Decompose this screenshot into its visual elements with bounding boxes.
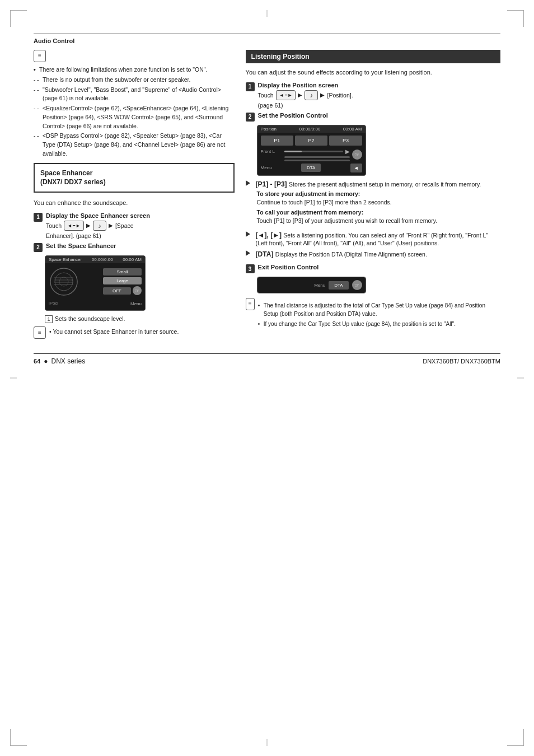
- touch-btn-2[interactable]: ♪: [93, 221, 106, 231]
- num-note-text: Sets the soundscape level.: [55, 315, 125, 322]
- step-1-touch-row: Touch ◄━► ▶ ♪ ▶ [Space: [46, 221, 235, 231]
- space-enhancer-section-box: Space Enhancer (DNX7/ DDX7 series): [34, 163, 235, 193]
- pos-p1-btn[interactable]: P1: [261, 136, 293, 146]
- pos-p2-btn[interactable]: P2: [295, 136, 327, 146]
- footer-left: 64 ● DNX series: [34, 357, 85, 365]
- right-column: Listening Position You can adjust the so…: [246, 50, 500, 342]
- right-step-2-title: Set the Position Control: [258, 112, 500, 119]
- right-step-1-touch-row: Touch ◄━► ▶ ♪ ▶ [Position].: [258, 90, 500, 100]
- step-num-1: 1: [34, 213, 43, 222]
- pos-screen-wrapper: Position 00:00/0:00 00:00 AM P1 P2 P3: [257, 125, 500, 176]
- page-footer: 64 ● DNX series DNX7360BT/ DNX7360BTM: [34, 353, 500, 365]
- right-step-1-content: Display the Position screen Touch ◄━► ▶ …: [258, 82, 500, 109]
- right-touch-btn-2[interactable]: ♪: [305, 90, 318, 100]
- list-item-sub: - <EqualizerControl> (page 62), <SpaceEn…: [34, 104, 235, 130]
- p1p3-store: To store your adjustment in memory: Cont…: [256, 190, 481, 226]
- pos-arrow-1: ▶: [345, 148, 350, 155]
- se-controls-row: Small Large OFF ☞: [49, 267, 142, 297]
- se-screen-topbar: Space Enhancer 00:00/0:00 00:00 AM: [45, 256, 145, 263]
- exit-thumb-icon: ☞: [352, 280, 362, 290]
- right-note-row: ≡ The final distance is adjusted to the …: [246, 298, 500, 330]
- right-step-1-title: Display the Position screen: [258, 82, 500, 88]
- se-btn-col: Small Large OFF ☞: [103, 268, 142, 295]
- se-screen-label: Space Enhancer: [49, 257, 82, 262]
- se-circle-container: [49, 267, 79, 297]
- list-item-sub: - There is no output from the subwoofer …: [34, 76, 235, 85]
- pos-slider-track-2: [284, 156, 350, 158]
- p1p3-recall-title: To call your adjustment from memory:: [257, 209, 481, 216]
- step-2-title: Set the Space Enhancer: [46, 242, 235, 249]
- note2-text: • You cannot set Space Enhancer in tuner…: [49, 326, 179, 337]
- pos-back-btn[interactable]: ◄: [350, 164, 362, 172]
- footer-bullet: ●: [44, 357, 48, 365]
- pos-slider-section: Front L ▶: [261, 148, 362, 161]
- header-label: Audio Control: [34, 38, 500, 44]
- pos-screen-time2: 00:00 AM: [343, 127, 362, 132]
- dta-content: [DTA] Displays the Position DTA (Digital…: [256, 250, 427, 258]
- right-arrow-1: ▶: [298, 92, 302, 98]
- p1p3-content: [P1] - [P3] Stores the present adjustmen…: [256, 180, 481, 228]
- pos-slider-row-3: [261, 160, 350, 161]
- pos-menu-label: Menu: [261, 165, 272, 170]
- pos-p3-btn[interactable]: P3: [329, 136, 362, 146]
- lr-title-row: [◄], [►] Sets a listening position. You …: [246, 231, 500, 247]
- right-step-2-content: Set the Position Control: [258, 112, 500, 120]
- svg-point-0: [50, 268, 77, 295]
- se-bottom-row: iPod Menu: [49, 300, 142, 307]
- se-thumb-icon: ☞: [133, 286, 142, 295]
- right-step-3: 3 Exit Position Control: [246, 264, 500, 273]
- right-step-2: 2 Set the Position Control: [246, 112, 500, 122]
- pos-dta-btn[interactable]: DTA: [301, 164, 321, 172]
- right-note-item-1: The final distance is adjusted to the to…: [258, 301, 500, 318]
- svg-point-1: [55, 273, 73, 291]
- tri-bullet-3: [246, 250, 250, 256]
- pos-screen-label: Position: [261, 127, 277, 132]
- step-2: 2 Set the Space Enhancer: [34, 242, 235, 252]
- p1p3-recall-desc: Touch [P1] to [P3] of your adjustment yo…: [257, 217, 481, 226]
- se-screen-wrapper: Space Enhancer 00:00/0:00 00:00 AM: [45, 255, 235, 311]
- se-ipod-label: iPod: [49, 300, 58, 307]
- lr-key: [◄], [►]: [256, 231, 282, 239]
- right-step-1-page: (page 61): [258, 102, 500, 109]
- pos-slider-row-1: Front L ▶: [261, 148, 350, 155]
- p1p3-desc: Stores the present adjustment setup in m…: [289, 181, 481, 188]
- se-menu-label: Menu: [130, 300, 142, 306]
- pos-sliders: Front L ▶: [261, 148, 350, 161]
- footer-page-number: 64: [34, 358, 40, 365]
- pos-screen-topbar: Position 00:00/0:00 00:00 AM: [257, 125, 366, 133]
- p1p3-store-desc: Continue to touch [P1] to [P3] more than…: [257, 198, 481, 207]
- pos-screen-body: P1 P2 P3 Front L: [257, 133, 366, 175]
- bracket-text-1: [Space: [115, 222, 134, 229]
- se-btn-small[interactable]: Small: [103, 268, 142, 276]
- right-touch-btn-1[interactable]: ◄━►: [276, 90, 296, 100]
- lr-content: [◄], [►] Sets a listening position. You …: [256, 231, 500, 247]
- step-1-content: Display the Space Enhancer screen Touch …: [46, 212, 235, 239]
- listening-position-title: Listening Position: [246, 50, 500, 63]
- list-item-sub: - <DSP Bypass Control> (page 82), <Speak…: [34, 132, 235, 158]
- touch-btn-1[interactable]: ◄━►: [64, 221, 84, 231]
- right-arrow-2: ▶: [320, 92, 325, 98]
- list-item-sub: - "Subwoofer Level", "Bass Boost", and "…: [34, 86, 235, 104]
- two-col-layout: ≡ • There are following limitations when…: [34, 50, 500, 342]
- se-btn-off[interactable]: OFF: [103, 287, 131, 295]
- right-note-item-2: If you change the Car Type Set Up value …: [258, 320, 500, 328]
- pos-thumb-icon: ☞: [352, 150, 362, 160]
- se-note2-row: ≡ • You cannot set Space Enhancer in tun…: [34, 326, 235, 342]
- se-screen-mockup: Space Enhancer 00:00/0:00 00:00 AM: [45, 255, 146, 311]
- p1p3-title-row: [P1] - [P3] Stores the present adjustmen…: [246, 180, 500, 228]
- se-btn-large[interactable]: Large: [103, 277, 142, 284]
- right-step-num-1: 1: [246, 82, 255, 91]
- pos-slider-label-1: Front L: [261, 149, 282, 154]
- footer-series: DNX series: [51, 357, 86, 365]
- pos-p-row: P1 P2 P3: [261, 136, 362, 146]
- header-rule: [34, 34, 500, 34]
- exit-dta-btn[interactable]: DTA: [329, 281, 348, 290]
- left-column: ≡ • There are following limitations when…: [34, 50, 235, 342]
- pos-slider-track-3: [284, 160, 350, 161]
- tri-bullet-1: [246, 180, 250, 186]
- exit-bottom-row: Menu DTA ☞: [261, 280, 362, 290]
- pos-slider-track-1: [284, 151, 343, 152]
- right-step-3-title: Exit Position Control: [258, 264, 500, 270]
- space-enhancer-desc: You can enhance the soundscape.: [34, 198, 235, 208]
- lr-desc: Sets a listening position. You can selec…: [256, 232, 488, 246]
